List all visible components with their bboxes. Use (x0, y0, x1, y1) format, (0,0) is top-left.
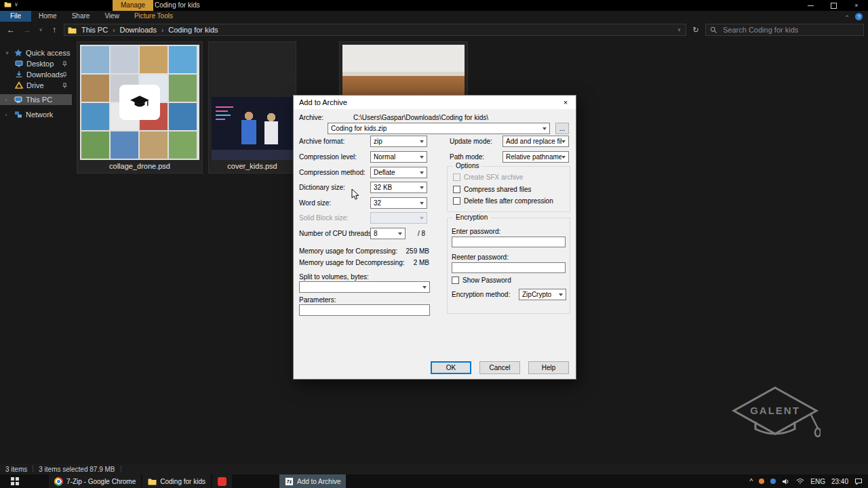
quick-access-toolbar[interactable]: ∨ (4, 1, 18, 7)
taskbar-item-add-to-archive[interactable]: 7z Add to Archive (279, 474, 346, 488)
sidebar-item-label: Quick access (26, 49, 70, 57)
maximize-button[interactable] (822, 0, 845, 11)
split-volumes-combobox[interactable] (299, 281, 430, 293)
update-mode-combobox[interactable]: Add and replace files (502, 136, 569, 147)
tab-share[interactable]: Share (64, 11, 98, 22)
parameters-label: Parameters: (299, 296, 336, 304)
delete-after-row[interactable]: Delete files after compression (453, 197, 553, 205)
chevron-down-icon (561, 140, 566, 143)
create-sfx-label: Create SFX archive (464, 174, 523, 181)
graduation-cap-icon (130, 95, 150, 110)
taskbar-item-label: 7-Zip - Google Chrome (66, 478, 136, 485)
compression-method-combobox[interactable]: Deflate (370, 167, 427, 178)
taskbar-item-explorer[interactable]: Coding for kids (142, 474, 211, 488)
address-breadcrumb-bar[interactable]: This PC › Downloads › Coding for kids ∨ (64, 24, 686, 36)
delete-after-checkbox[interactable] (453, 197, 460, 205)
tray-app-icon-blue[interactable] (770, 479, 776, 484)
solid-block-size-combobox (370, 212, 427, 224)
cpu-threads-combobox[interactable]: 8 (370, 228, 406, 239)
close-button[interactable]: × (845, 0, 868, 11)
path-mode-label: Path mode: (450, 153, 484, 161)
minimize-button[interactable] (799, 0, 822, 11)
up-button[interactable]: ↑ (47, 25, 61, 35)
expand-chevron-icon[interactable]: › (5, 113, 11, 117)
show-password-label: Show Password (462, 277, 511, 284)
taskbar-item-red-app[interactable] (212, 474, 232, 488)
screen: ∨ Manage Coding for kids × File Home Sha… (0, 0, 868, 488)
compression-method-value: Deflate (374, 169, 395, 176)
recent-locations-icon[interactable]: ∨ (37, 27, 45, 33)
tray-clock[interactable]: 23:40 (831, 478, 848, 485)
status-divider (33, 466, 33, 472)
help-button[interactable]: Help (528, 361, 569, 374)
back-button[interactable]: ← (4, 25, 18, 35)
ok-button[interactable]: OK (431, 361, 471, 374)
cancel-button[interactable]: Cancel (479, 361, 520, 374)
quick-access-star-icon (14, 49, 22, 57)
compress-shared-row[interactable]: Compress shared files (453, 186, 531, 193)
tab-home[interactable]: Home (31, 11, 64, 22)
tab-view[interactable]: View (97, 11, 127, 22)
encryption-method-label: Encryption method: (452, 291, 510, 298)
action-center-icon[interactable] (854, 478, 863, 485)
word-size-combobox[interactable]: 32 (370, 197, 427, 209)
manage-contextual-tab[interactable]: Manage (113, 0, 153, 11)
start-button[interactable] (0, 474, 30, 488)
compression-method-label: Compression method: (299, 169, 366, 176)
breadcrumb-downloads[interactable]: Downloads (116, 26, 159, 34)
tray-expand-icon[interactable]: ^ (750, 478, 753, 485)
network-wifi-icon[interactable] (796, 478, 804, 485)
archive-name-combobox[interactable]: Coding for kids.zip (328, 123, 550, 134)
sidebar-item-network[interactable]: › Network (0, 109, 72, 120)
tray-language[interactable]: ENG (810, 478, 825, 485)
breadcrumb-coding-for-kids[interactable]: Coding for kids (165, 26, 221, 34)
tray-app-icon-orange[interactable] (759, 479, 764, 484)
forward-button[interactable]: → (20, 25, 34, 35)
show-password-row[interactable]: Show Password (452, 277, 511, 284)
sidebar-item-quick-access[interactable]: ∨ Quick access (0, 47, 72, 58)
show-password-checkbox[interactable] (452, 277, 459, 284)
reenter-password-input[interactable] (452, 262, 566, 273)
memory-decompress-value: 2 MB (382, 259, 429, 266)
sidebar-item-label: Desktop (26, 60, 54, 68)
this-pc-icon (14, 96, 22, 104)
sidebar-item-drive[interactable]: Drive (0, 80, 72, 91)
expand-chevron-icon[interactable]: ∨ (5, 50, 11, 56)
sidebar-item-downloads[interactable]: Downloads (0, 69, 72, 80)
file-item-cover-kids[interactable]: cover_kids.psd (209, 42, 296, 173)
search-input[interactable] (722, 25, 859, 35)
volume-icon[interactable] (782, 478, 790, 485)
update-mode-label: Update mode: (450, 138, 492, 145)
breadcrumb-this-pc[interactable]: This PC (78, 26, 111, 34)
tab-file[interactable]: File (0, 11, 31, 22)
help-icon[interactable]: ? (855, 13, 863, 20)
delete-after-label: Delete files after compression (464, 197, 553, 205)
pin-icon (62, 61, 68, 67)
expand-chevron-icon[interactable]: › (5, 98, 11, 102)
address-dropdown-icon[interactable]: ∨ (677, 27, 682, 33)
search-box[interactable] (705, 24, 864, 36)
sidebar-item-desktop[interactable]: Desktop (0, 58, 72, 69)
compress-shared-checkbox[interactable] (453, 186, 460, 193)
parameters-input[interactable] (299, 304, 430, 316)
file-item-collage-drone[interactable]: collage_drone.psd (77, 42, 202, 173)
archive-format-combobox[interactable]: zip (370, 136, 427, 147)
ribbon-collapse-icon[interactable]: ^ (846, 14, 848, 20)
sidebar-item-this-pc[interactable]: › This PC (0, 94, 72, 105)
compression-level-combobox[interactable]: Normal (370, 151, 427, 163)
enter-password-input[interactable] (452, 237, 566, 247)
enter-password-label: Enter password: (452, 228, 500, 235)
chevron-down-icon (559, 293, 563, 296)
tab-picture-tools[interactable]: Picture Tools (127, 11, 180, 22)
word-size-label: Word size: (299, 199, 331, 207)
encryption-method-combobox[interactable]: ZipCrypto (519, 289, 566, 300)
dialog-close-button[interactable]: × (555, 96, 576, 109)
refresh-icon[interactable]: ↻ (689, 26, 703, 35)
taskbar-item-chrome[interactable]: 7-Zip - Google Chrome (49, 474, 141, 488)
browse-button[interactable]: ... (555, 123, 569, 134)
dictionary-size-combobox[interactable]: 32 KB (370, 182, 427, 193)
chevron-down-icon (420, 156, 424, 159)
chevron-down-icon (420, 140, 424, 143)
path-mode-combobox[interactable]: Relative pathnames (502, 151, 569, 163)
dialog-titlebar[interactable]: Add to Archive × (294, 96, 576, 109)
